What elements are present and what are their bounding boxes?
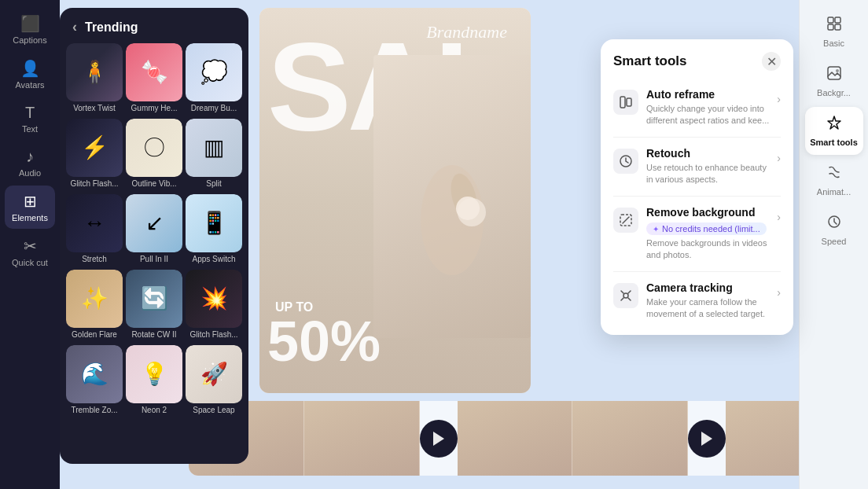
right-icon-0 (826, 16, 842, 35)
trend-label-7: Pull In II (126, 252, 182, 267)
sidebar-item-avatars[interactable]: 👤Avatars (5, 53, 55, 96)
right-icon-1 (826, 65, 842, 85)
trend-label-4: Outline Vib... (126, 177, 182, 191)
trend-label-0: Vortex Twist (66, 101, 123, 116)
credits-badge: ✦ No credits needed (limit... (646, 222, 767, 235)
percent-text: 50% (267, 313, 381, 370)
svg-rect-9 (828, 17, 833, 23)
sidebar-icon-0: ⬛ (20, 14, 40, 33)
trend-label-6: Stretch (66, 252, 123, 267)
remove-bg-arrow: › (777, 211, 781, 223)
trend-label-14: Space Leap (186, 403, 242, 417)
back-arrow-icon[interactable]: ‹ (72, 19, 77, 35)
camera-tracking-arrow: › (777, 286, 781, 299)
retouch-item[interactable]: Retouch Use retouch to enhance beauty in… (601, 139, 793, 194)
remove-bg-name: Remove background (646, 206, 769, 219)
right-item-basic[interactable]: Basic (805, 8, 863, 56)
timeline-marker-1[interactable] (420, 420, 458, 458)
divider-2 (613, 196, 781, 197)
right-icon-2 (826, 115, 842, 134)
trend-item-13[interactable]: 💡 Neon 2 (126, 345, 182, 417)
auto-reframe-arrow: › (777, 93, 781, 105)
trend-thumb-12: 🌊 (66, 345, 123, 403)
trend-thumb-4: 〇 (126, 119, 182, 177)
panel-header: Smart tools ✕ (601, 52, 793, 80)
star-icon: ✦ (653, 225, 659, 233)
trend-item-0[interactable]: 🧍 Vortex Twist (66, 43, 123, 116)
remove-bg-icon (613, 208, 638, 233)
timeline-frame-3 (572, 401, 688, 476)
right-item-speed[interactable]: Speed (805, 206, 863, 254)
trend-label-3: Glitch Flash... (66, 177, 123, 191)
retouch-icon (613, 149, 638, 174)
trend-thumb-10: 🔄 (126, 270, 182, 328)
trend-label-9: Golden Flare (66, 328, 123, 342)
trend-item-8[interactable]: 📱 Apps Switch (186, 194, 242, 267)
trend-item-12[interactable]: 🌊 Tremble Zo... (66, 345, 123, 417)
trend-item-3[interactable]: ⚡ Glitch Flash... (66, 119, 123, 191)
auto-reframe-desc: Quickly change your video into different… (646, 103, 769, 127)
right-item-smart-tools[interactable]: Smart tools (805, 107, 863, 155)
retouch-desc: Use retouch to enhance beauty in various… (646, 162, 769, 186)
auto-reframe-name: Auto reframe (646, 88, 769, 101)
right-icon-4 (826, 214, 842, 233)
canvas-area: Brandname SAL UP TO 50% (259, 8, 531, 393)
trend-label-1: Gummy He... (126, 101, 182, 116)
trend-thumb-1: 🍬 (126, 43, 182, 101)
trend-thumb-2: 💭 (186, 43, 242, 101)
trend-item-6[interactable]: ↔ Stretch (66, 194, 123, 267)
svg-point-8 (623, 293, 628, 298)
camera-tracking-desc: Make your camera follow the movement of … (646, 296, 769, 321)
trend-thumb-11: 💥 (186, 270, 242, 328)
right-item-backgr...[interactable]: Backgr... (805, 57, 863, 105)
sidebar-icon-2: T (25, 104, 35, 122)
hand-svg (405, 118, 499, 275)
auto-reframe-item[interactable]: Auto reframe Quickly change your video i… (601, 80, 793, 135)
timeline-frame-2 (458, 401, 573, 476)
sidebar-item-text[interactable]: TText (5, 97, 55, 140)
trend-label-10: Rotate CW II (126, 328, 182, 342)
trend-thumb-13: 💡 (126, 345, 182, 403)
sidebar-item-quick-cut[interactable]: ✂Quick cut (5, 230, 55, 274)
sidebar-item-audio[interactable]: ♪Audio (5, 142, 55, 184)
retouch-arrow: › (777, 152, 781, 164)
trend-item-14[interactable]: 🚀 Space Leap (186, 345, 242, 417)
trend-item-1[interactable]: 🍬 Gummy He... (126, 43, 182, 116)
close-button[interactable]: ✕ (762, 52, 781, 71)
sidebar-icon-4: ⊞ (24, 192, 37, 211)
sidebar-icon-5: ✂ (24, 237, 37, 256)
right-item-animat...[interactable]: Animat... (805, 156, 863, 204)
sidebar-icon-3: ♪ (26, 148, 34, 166)
trend-label-2: Dreamy Bu... (186, 101, 242, 116)
retouch-content: Retouch Use retouch to enhance beauty in… (646, 147, 769, 186)
trend-item-5[interactable]: ▥ Split (186, 119, 242, 191)
trend-thumb-5: ▥ (186, 119, 242, 177)
remove-bg-content: Remove background ✦ No credits needed (l… (646, 206, 769, 262)
sidebar-item-elements[interactable]: ⊞Elements (5, 186, 55, 229)
trend-item-9[interactable]: ✨ Golden Flare (66, 270, 123, 342)
trend-item-10[interactable]: 🔄 Rotate CW II (126, 270, 182, 342)
camera-tracking-content: Camera tracking Make your camera follow … (646, 281, 769, 321)
smart-tools-panel: Smart tools ✕ Auto reframe Quickly chang… (601, 39, 793, 335)
svg-rect-12 (835, 24, 840, 30)
remove-bg-item[interactable]: Remove background ✦ No credits needed (l… (601, 198, 793, 270)
svg-rect-4 (620, 97, 625, 108)
svg-rect-10 (835, 17, 840, 23)
trend-item-4[interactable]: 〇 Outline Vib... (126, 119, 182, 191)
camera-tracking-item[interactable]: Camera tracking Make your camera follow … (601, 274, 793, 329)
hand-image (373, 55, 531, 338)
right-icon-3 (826, 164, 842, 184)
auto-reframe-content: Auto reframe Quickly change your video i… (646, 88, 769, 127)
trending-header: ‹ Trending (60, 8, 248, 43)
trend-item-11[interactable]: 💥 Glitch Flash... (186, 270, 242, 342)
trending-title: Trending (85, 20, 138, 35)
timeline-marker-3[interactable] (688, 420, 726, 458)
svg-rect-13 (828, 67, 840, 79)
auto-reframe-icon (613, 90, 638, 115)
sidebar-item-captions[interactable]: ⬛Captions (5, 8, 55, 51)
trend-item-2[interactable]: 💭 Dreamy Bu... (186, 43, 242, 116)
trend-label-8: Apps Switch (186, 252, 242, 267)
trend-item-7[interactable]: ↙ Pull In II (126, 194, 182, 267)
trend-thumb-8: 📱 (186, 194, 242, 252)
panel-title: Smart tools (613, 53, 687, 69)
